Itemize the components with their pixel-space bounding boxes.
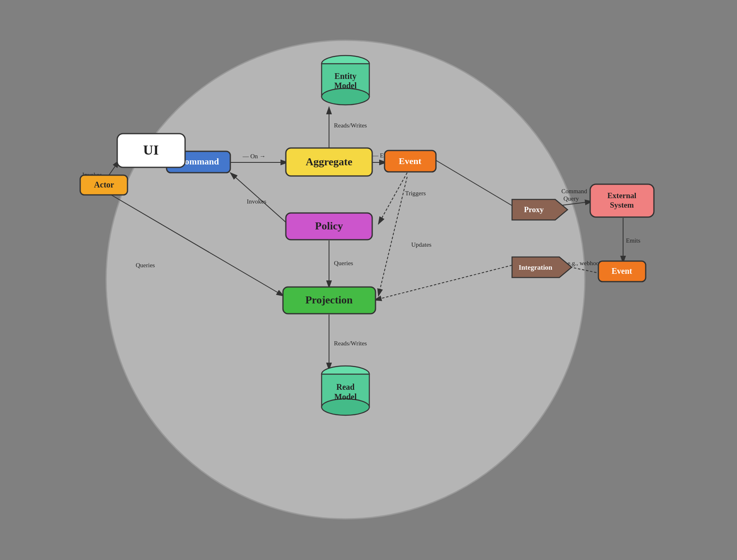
- label-queries-actor: Queries: [136, 262, 155, 268]
- svg-point-0: [106, 40, 585, 519]
- label-command-query: Command: [561, 188, 587, 194]
- aggregate-label: Aggregate: [306, 156, 352, 168]
- label-emits-ext: Emits: [626, 237, 640, 244]
- label-updates: Updates: [411, 241, 431, 248]
- integration-label: Integration: [519, 264, 553, 271]
- svg-point-24: [322, 399, 369, 415]
- read-model-label: Read: [336, 382, 355, 391]
- diagram-container: Reads/Writes — On → — Emits → Triggers U…: [0, 0, 737, 560]
- policy-label: Policy: [315, 220, 343, 232]
- svg-point-21: [322, 88, 369, 105]
- external-system-label: External: [607, 191, 637, 200]
- label-query: Query: [563, 195, 579, 202]
- proxy-label: Proxy: [524, 205, 544, 214]
- ui-label: UI: [143, 142, 159, 157]
- label-reads-writes-top: Reads/Writes: [334, 122, 367, 129]
- label-on: — On →: [242, 153, 266, 160]
- entity-model-label2: Model: [334, 81, 357, 90]
- diagram-svg: Reads/Writes — On → — Emits → Triggers U…: [0, 0, 737, 560]
- actor-label: Actor: [94, 180, 114, 189]
- event-ext-label: Event: [612, 266, 632, 275]
- label-reads-writes-bottom: Reads/Writes: [334, 340, 367, 347]
- external-system-label2: System: [610, 201, 634, 209]
- label-invokes-policy: Invokes: [247, 198, 267, 205]
- entity-model-label: Entity: [334, 72, 356, 81]
- read-model-label2: Model: [334, 392, 357, 401]
- projection-label: Projection: [305, 294, 353, 306]
- event-top-label: Event: [399, 156, 422, 166]
- label-queries-policy: Queries: [334, 260, 353, 266]
- label-triggers: Triggers: [405, 190, 426, 197]
- label-webhook: e.g., webhook: [568, 260, 603, 266]
